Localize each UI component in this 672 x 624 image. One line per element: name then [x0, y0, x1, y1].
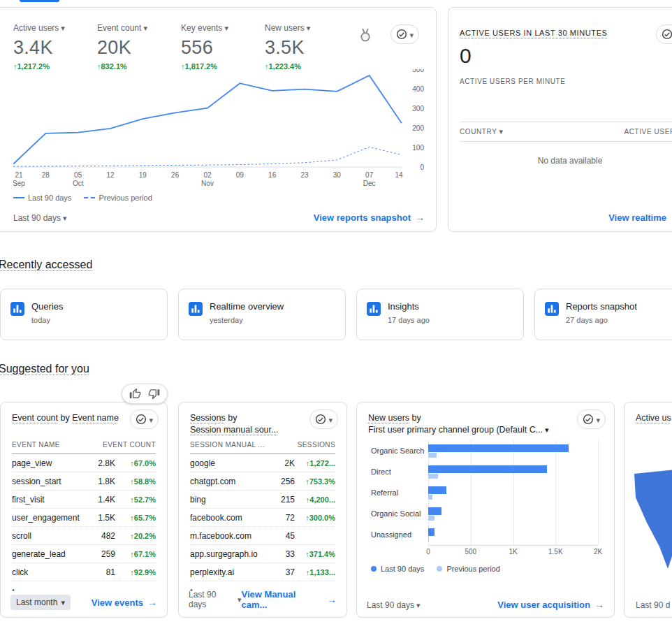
- metric-selector[interactable]: New users 3.5K ↑1,223.4%: [265, 23, 349, 71]
- recent-card[interactable]: Queries today: [0, 289, 168, 340]
- country-column-header[interactable]: COUNTRY: [460, 128, 504, 136]
- recently-accessed-heading: Recently accessed: [0, 259, 92, 271]
- date-range-selector[interactable]: Last 90 days: [367, 600, 421, 610]
- view-user-acquisition-link[interactable]: View user acquisition: [497, 600, 604, 610]
- metric-label-row: Event count: [97, 23, 181, 33]
- new-users-card: New users by First user primary channel …: [356, 402, 615, 618]
- new-users-bar-chart: Organic SearchDirectReferralOrganic Soci…: [371, 440, 614, 556]
- range-label: Last month: [16, 597, 57, 607]
- more-rows-indicator: [12, 583, 156, 590]
- metric-value: 3.5K: [265, 37, 349, 59]
- check-circle-icon: [583, 414, 594, 425]
- chart-legend: Last 90 days Previous period: [13, 194, 152, 202]
- source-name: google: [190, 458, 265, 468]
- range-label: Last 90 d: [636, 600, 670, 610]
- dimension-selector[interactable]: First user primary channel group (Defaul…: [368, 424, 549, 436]
- metric-selector[interactable]: Key events 556 ↑1,817.2%: [181, 23, 265, 71]
- event-name: scroll: [12, 531, 86, 541]
- recent-card[interactable]: Realtime overview yesterday: [178, 289, 346, 340]
- recent-card-time: yesterday: [210, 316, 284, 324]
- check-circle-icon: [396, 29, 407, 40]
- sessions-count: 72: [265, 513, 295, 523]
- report-icon: [10, 302, 24, 319]
- event-count: 482: [86, 531, 115, 541]
- thumbs-up-button[interactable]: [129, 388, 141, 400]
- link-label: View events: [92, 597, 143, 608]
- column-session-source: SESSION MANUAL ...: [190, 441, 265, 449]
- legend-dot-icon: [437, 566, 442, 572]
- bar-category-label: Referral: [371, 488, 428, 497]
- svg-text:0: 0: [420, 164, 424, 171]
- dropdown-caret-icon: [149, 413, 153, 426]
- svg-text:500: 500: [412, 69, 424, 73]
- svg-text:200: 200: [412, 124, 424, 132]
- axis-tick-label: 0: [426, 548, 430, 556]
- source-name: m.facebook.com: [190, 531, 265, 541]
- suggested-heading: Suggested for you: [0, 363, 89, 375]
- metric-label-row: Active users: [13, 23, 97, 33]
- dropdown-caret-icon: [61, 597, 65, 607]
- recent-card[interactable]: Reports snapshot 27 days ago: [534, 289, 672, 340]
- view-events-link[interactable]: View events: [92, 597, 157, 608]
- event-name: user_engagement: [12, 513, 86, 523]
- view-realtime-link[interactable]: View realtime: [608, 212, 672, 223]
- bar-current: [428, 528, 434, 536]
- bar-current: [428, 486, 446, 494]
- recent-card[interactable]: Insights 17 days ago: [356, 289, 524, 340]
- legend-label: Previous period: [98, 194, 152, 202]
- table-row: facebook.com 72 ↑300.0%: [190, 509, 335, 527]
- date-range-selector[interactable]: Last 90 d: [636, 600, 672, 610]
- view-manual-campaigns-link[interactable]: View Manual cam...: [242, 589, 337, 610]
- home-overview-card: Active users 3.4K ↑1,217.2% Event count …: [0, 7, 437, 232]
- event-name: session_start: [12, 477, 86, 486]
- svg-text:Nov: Nov: [201, 180, 214, 187]
- axis-tick-label: 1.5K: [548, 548, 563, 556]
- svg-text:21: 21: [15, 171, 23, 179]
- event-count: 259: [86, 549, 115, 559]
- date-range-selector[interactable]: Last 90 days: [13, 213, 67, 223]
- legend-item-current: Last 90 days: [371, 565, 424, 573]
- data-quality-button[interactable]: [656, 24, 672, 44]
- bar-category-label: Organic Search: [371, 447, 428, 455]
- legend-dot-icon: [371, 566, 377, 572]
- bar-category-label: Unassigned: [371, 530, 428, 539]
- data-quality-button[interactable]: [577, 409, 606, 429]
- table-header: SESSION MANUAL ... SESSIONS: [190, 437, 335, 454]
- data-quality-button[interactable]: [390, 24, 419, 44]
- metric-selector[interactable]: Active users 3.4K ↑1,217.2%: [13, 23, 97, 71]
- active-tab-indicator: [20, 0, 59, 2]
- sessions-delta: ↑4,200...: [295, 495, 335, 504]
- thumbs-down-button[interactable]: [148, 388, 160, 400]
- bar-chart-x-axis: 05001K1.5K2K: [428, 545, 598, 556]
- legend-item-previous: Previous period: [84, 194, 152, 202]
- metric-selector[interactable]: Event count 20K ↑832.1%: [97, 23, 181, 71]
- range-label: Last 90 days: [13, 213, 61, 223]
- svg-text:Dec: Dec: [363, 180, 376, 187]
- report-icon: [189, 302, 203, 319]
- source-name: perplexity.ai: [190, 567, 265, 577]
- table-row: first_visit 1.4K ↑52.7%: [12, 491, 156, 509]
- report-icon: [545, 302, 559, 319]
- date-range-chip[interactable]: Last month: [10, 595, 71, 610]
- world-map: [624, 464, 672, 579]
- table-header: EVENT NAME EVENT COUNT: [12, 437, 156, 454]
- sessions-delta: ↑753.3%: [295, 477, 335, 486]
- data-quality-button[interactable]: [309, 409, 338, 429]
- data-quality-button[interactable]: [130, 409, 159, 429]
- check-circle-icon: [136, 414, 147, 425]
- card-footer: Last 90 days View Manual cam...: [189, 589, 337, 610]
- table-row: scroll 482 ↑20.2%: [12, 527, 156, 545]
- overview-card-footer: Last 90 days View reports snapshot: [13, 212, 425, 223]
- bar-row: Referral: [371, 482, 614, 503]
- bar-current: [428, 507, 441, 515]
- card-title: Active us: [624, 402, 672, 436]
- range-label: Last 90 days: [189, 590, 235, 609]
- legend-label: Last 90 days: [381, 565, 424, 573]
- medal-icon[interactable]: [356, 26, 374, 44]
- view-reports-snapshot-link[interactable]: View reports snapshot: [314, 212, 425, 223]
- event-delta: ↑20.2%: [115, 532, 156, 540]
- date-range-selector[interactable]: Last 90 days: [189, 590, 242, 609]
- event-delta: ↑65.7%: [115, 514, 156, 522]
- arrow-icon: [415, 212, 425, 223]
- column-event-name: EVENT NAME: [12, 441, 60, 449]
